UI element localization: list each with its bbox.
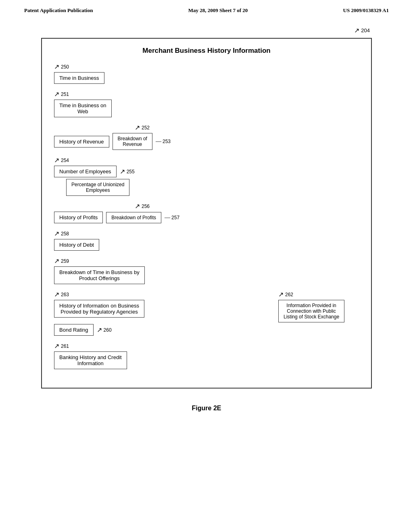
label-251: 251 [61, 91, 69, 97]
percentage-unionized-box: Percentage of UnionizedEmployees [66, 179, 129, 196]
main-content: ↗ 204 Merchant Business History Informat… [0, 18, 413, 420]
group-258: ↗ 258 History of Debt [54, 230, 359, 251]
label-252-row: ↗ 252 [54, 124, 359, 131]
history-of-profits-box: History of Profits [54, 212, 103, 223]
label-258-row: ↗ 258 [54, 230, 359, 237]
group-256-257: ↗ 256 History of Profits Breakdown of Pr… [54, 202, 359, 223]
label-254-row: ↗ 254 [54, 156, 359, 164]
diagram-title: Merchant Business History Information [54, 47, 359, 55]
label-263-row: ↗ 263 [54, 291, 266, 298]
label-255: 255 [127, 169, 135, 175]
label-260: 260 [104, 327, 112, 333]
bond-rating-box: Bond Rating [54, 324, 94, 336]
time-in-business-box: Time in Business [54, 72, 104, 84]
label-257-container: — 257 [165, 214, 179, 221]
label-250: 250 [61, 64, 69, 70]
label-250-row: ↗ 250 [54, 63, 359, 71]
history-regulatory-box: History of Information on BusinessProvid… [54, 300, 144, 318]
label-251-row: ↗ 251 [54, 90, 359, 98]
label-260-container: ↗ 260 [97, 326, 112, 334]
label-255-container: ↗ 255 [120, 168, 135, 175]
group-259: ↗ 259 Breakdown of Time in Business byPr… [54, 257, 359, 284]
breakdown-of-revenue-box: Breakdown ofRevenue [113, 133, 152, 150]
label-263: 263 [61, 292, 69, 297]
page-header: Patent Application Publication May 28, 2… [0, 0, 413, 18]
profits-row: History of Profits Breakdown of Profits … [54, 212, 359, 223]
two-col-section: ↗ 263 History of Information on Business… [54, 291, 359, 376]
breakdown-of-profits-box: Breakdown of Profits [106, 212, 161, 223]
group-261: ↗ 261 Banking History and CreditInformat… [54, 342, 266, 369]
label-261: 261 [61, 343, 69, 349]
label-204: ↗ 204 [354, 27, 370, 34]
info-public-listing-box: Information Provided inConnection with P… [278, 300, 344, 322]
history-of-debt-box: History of Debt [54, 239, 99, 251]
right-col: ↗ 262 Information Provided inConnection … [278, 291, 359, 322]
unionized-row: Percentage of UnionizedEmployees [66, 179, 359, 196]
label-256-row: ↗ 256 [54, 202, 359, 210]
label-252: 252 [142, 125, 150, 131]
label-256: 256 [142, 204, 150, 209]
group-250: ↗ 250 Time in Business [54, 63, 359, 84]
diagram-wrapper: ↗ 204 Merchant Business History Informat… [41, 38, 372, 389]
group-260: Bond Rating ↗ 260 [54, 324, 266, 336]
banking-history-box: Banking History and CreditInformation [54, 351, 127, 369]
number-of-employees-box: Number of Employees [54, 166, 117, 177]
time-in-business-on-web-box: Time in Business onWeb [54, 100, 112, 117]
header-left: Patent Application Publication [24, 7, 93, 14]
label-259-row: ↗ 259 [54, 257, 359, 265]
history-of-revenue-box: History of Revenue [54, 136, 109, 148]
label-262: 262 [285, 292, 293, 297]
employees-row: Number of Employees ↗ 255 [54, 166, 359, 177]
group-263: ↗ 263 History of Information on Business… [54, 291, 266, 318]
header-middle: May 28, 2009 Sheet 7 of 20 [188, 7, 248, 14]
header-right: US 2009/0138329 A1 [343, 7, 389, 14]
group-252-253: ↗ 252 History of Revenue Breakdown ofRev… [54, 124, 359, 150]
label-253: 253 [163, 139, 171, 144]
group-251: ↗ 251 Time in Business onWeb [54, 90, 359, 117]
label-257: 257 [171, 215, 179, 220]
breakdown-time-box: Breakdown of Time in Business byProduct … [54, 266, 145, 284]
group-254-255: ↗ 254 Number of Employees ↗ 255 Percenta… [54, 156, 359, 196]
left-col: ↗ 263 History of Information on Business… [54, 291, 266, 376]
main-box: Merchant Business History Information ↗ … [41, 38, 372, 389]
bond-rating-row: Bond Rating ↗ 260 [54, 324, 266, 336]
label-261-row: ↗ 261 [54, 342, 266, 350]
label-253-container: — 253 [156, 138, 171, 145]
revenue-row: History of Revenue Breakdown ofRevenue —… [54, 133, 359, 150]
label-262-row: ↗ 262 [278, 291, 359, 298]
label-259: 259 [61, 258, 69, 264]
label-254: 254 [61, 158, 69, 163]
figure-caption: Figure 2E [192, 405, 221, 412]
label-258: 258 [61, 231, 69, 237]
